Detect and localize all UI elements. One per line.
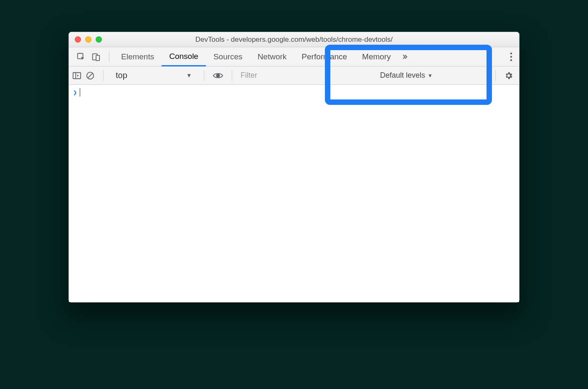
inspect-element-icon[interactable] xyxy=(76,52,86,61)
main-tabstrip: Elements Console Sources Network Perform… xyxy=(69,47,519,66)
svg-point-5 xyxy=(510,59,512,61)
toggle-sidebar-icon[interactable] xyxy=(72,71,81,80)
panel-tabs: Elements Console Sources Network Perform… xyxy=(114,47,408,66)
log-levels-label: Default levels xyxy=(380,71,425,80)
live-expression-eye-icon[interactable] xyxy=(213,71,223,80)
tab-sources[interactable]: Sources xyxy=(206,47,250,66)
settings-gear-icon[interactable] xyxy=(504,71,516,80)
divider xyxy=(103,70,104,81)
more-tabs-icon[interactable] xyxy=(401,53,408,61)
chevron-down-icon: ▼ xyxy=(428,73,433,79)
kebab-menu-icon[interactable] xyxy=(510,52,512,61)
chevron-down-icon: ▼ xyxy=(186,72,192,79)
divider xyxy=(109,51,109,62)
log-levels-select[interactable]: Default levels ▼ xyxy=(376,71,437,80)
execution-context-select[interactable]: top ▼ xyxy=(112,70,195,81)
filter-input[interactable] xyxy=(241,70,345,81)
svg-point-3 xyxy=(510,52,512,54)
svg-rect-2 xyxy=(96,55,99,61)
tab-performance[interactable]: Performance xyxy=(294,47,355,66)
console-output[interactable]: ❯ xyxy=(69,85,519,302)
console-prompt[interactable]: ❯ xyxy=(69,85,519,100)
tab-network[interactable]: Network xyxy=(250,47,294,66)
divider xyxy=(495,70,496,81)
tab-elements[interactable]: Elements xyxy=(114,47,162,66)
tab-console[interactable]: Console xyxy=(162,47,206,66)
tab-memory[interactable]: Memory xyxy=(355,47,398,66)
svg-point-8 xyxy=(216,74,219,77)
text-cursor xyxy=(80,88,80,97)
prompt-caret-icon: ❯ xyxy=(73,89,77,97)
divider xyxy=(232,70,232,81)
svg-point-4 xyxy=(510,56,512,57)
close-window-button[interactable] xyxy=(75,36,81,43)
device-toolbar-icon[interactable] xyxy=(91,52,101,61)
clear-console-icon[interactable] xyxy=(86,71,95,80)
window-title: DevTools - developers.google.com/web/too… xyxy=(69,36,519,44)
zoom-window-button[interactable] xyxy=(96,36,102,43)
console-toolbar: top ▼ Default levels ▼ xyxy=(69,66,519,85)
window-controls xyxy=(75,36,102,43)
svg-rect-6 xyxy=(73,72,81,79)
minimize-window-button[interactable] xyxy=(85,36,91,43)
devtools-window: DevTools - developers.google.com/web/too… xyxy=(68,32,520,303)
divider xyxy=(204,70,204,81)
titlebar: DevTools - developers.google.com/web/too… xyxy=(69,32,519,47)
execution-context-value: top xyxy=(116,71,127,80)
